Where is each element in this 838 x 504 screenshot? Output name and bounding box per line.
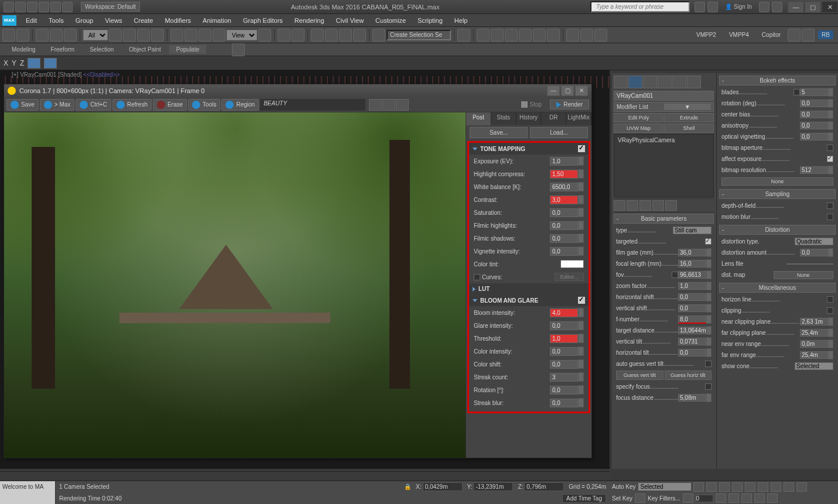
- tone-5-input[interactable]: 0,0: [550, 221, 578, 230]
- max-logo-icon[interactable]: MAX: [2, 15, 16, 26]
- key-icon[interactable]: [635, 493, 645, 503]
- bk-6-checkbox[interactable]: [827, 156, 833, 162]
- display-tab-icon[interactable]: [672, 76, 686, 88]
- keymode-dropdown[interactable]: Selected: [638, 483, 691, 491]
- bk-5-checkbox[interactable]: [827, 145, 833, 151]
- focus-dist-spinner[interactable]: [706, 393, 712, 402]
- tone-4-spinner[interactable]: [578, 208, 584, 217]
- distortion-type-dropdown[interactable]: Quadratic: [795, 238, 833, 245]
- viewport-label[interactable]: [+] VRayCam001 [Shaded] <<Disabled>>: [12, 71, 119, 78]
- render-icon[interactable]: [594, 29, 607, 42]
- redo-icon[interactable]: [16, 29, 29, 42]
- nav4-icon[interactable]: [796, 482, 807, 492]
- bk-1-spinner[interactable]: [828, 99, 833, 108]
- tone-5-spinner[interactable]: [578, 221, 584, 230]
- save-preset-button[interactable]: Save...: [470, 127, 528, 138]
- utilities-tab-icon[interactable]: [687, 76, 701, 88]
- ms-5-input[interactable]: 25,4m: [800, 351, 828, 359]
- tab-lightmix[interactable]: LightMix: [566, 112, 591, 125]
- nav3-icon[interactable]: [784, 482, 794, 492]
- menu-tools[interactable]: Tools: [43, 15, 70, 26]
- tab-dr[interactable]: DR: [541, 112, 566, 125]
- guess-vert-button[interactable]: Guess vert tilt: [616, 371, 663, 380]
- bloom-3-input[interactable]: 0,0: [550, 347, 578, 356]
- tone-0-spinner[interactable]: [578, 156, 584, 166]
- show-end-icon[interactable]: [627, 200, 638, 211]
- exchange-icon[interactable]: [759, 2, 769, 12]
- unlink-icon[interactable]: [50, 29, 63, 42]
- render-setup-icon[interactable]: [566, 29, 579, 42]
- bloom-checkbox[interactable]: [578, 297, 585, 304]
- nav6-icon[interactable]: [728, 493, 739, 503]
- spinner[interactable]: [828, 248, 833, 257]
- nav9-icon[interactable]: [767, 493, 778, 503]
- current-frame-input[interactable]: [696, 495, 713, 502]
- tone-1-input[interactable]: 1,50: [550, 170, 578, 179]
- angle-snap-icon[interactable]: [325, 29, 338, 42]
- qat-save-icon[interactable]: [27, 2, 37, 12]
- undo-icon[interactable]: [2, 29, 15, 42]
- select-icon[interactable]: [109, 29, 122, 42]
- zoom-fit-icon[interactable]: [396, 99, 409, 111]
- bloom-header[interactable]: BLOOM AND GLARE: [469, 294, 589, 306]
- bp-9-spinner[interactable]: [706, 326, 712, 335]
- tone-mapping-checkbox[interactable]: [578, 145, 585, 152]
- remove-mod-icon[interactable]: [652, 200, 664, 211]
- ms-3-input[interactable]: 25,4m: [800, 329, 828, 337]
- menu-create[interactable]: Create: [128, 15, 159, 26]
- bp-3-input[interactable]: 16,0: [678, 260, 706, 268]
- axis-x[interactable]: X: [4, 59, 8, 67]
- tone-4-input[interactable]: 0,0: [550, 208, 578, 217]
- corona-region-button[interactable]: Region: [221, 99, 259, 111]
- nav1-icon[interactable]: [758, 482, 768, 492]
- tone-3-input[interactable]: 3,0: [550, 196, 578, 204]
- corona-render-button[interactable]: Render: [550, 100, 589, 109]
- rendered-frame-icon[interactable]: [580, 29, 593, 42]
- shell-button[interactable]: Shell: [664, 124, 714, 133]
- bp-11-spinner[interactable]: [706, 348, 712, 357]
- bloom-5-input[interactable]: 3: [550, 373, 578, 382]
- curves-checkbox[interactable]: [474, 274, 480, 280]
- menu-help[interactable]: Help: [449, 15, 474, 26]
- curve-editor-icon[interactable]: [519, 29, 532, 42]
- tone-mapping-header[interactable]: TONE MAPPING: [469, 143, 589, 155]
- bp-10-input[interactable]: 0,0731: [678, 338, 706, 345]
- nav7-icon[interactable]: [741, 493, 752, 503]
- qat-link-icon[interactable]: [62, 2, 73, 12]
- corona-element-dropdown[interactable]: BEAUTY: [260, 99, 365, 111]
- bp-1-checkbox[interactable]: [705, 238, 712, 245]
- bp-5-input[interactable]: 1,0: [678, 282, 706, 290]
- bk-1-input[interactable]: 0,0: [800, 100, 828, 107]
- bp-10-spinner[interactable]: [706, 337, 712, 346]
- layers-icon[interactable]: [491, 29, 504, 42]
- star-icon[interactable]: [707, 2, 718, 12]
- bk-0-spinner[interactable]: [828, 88, 833, 97]
- bk-0-input[interactable]: 5: [800, 88, 828, 96]
- axis-yz-icon[interactable]: [44, 58, 57, 68]
- scale-icon[interactable]: [199, 29, 211, 42]
- tone-7-input[interactable]: 0,0: [550, 247, 578, 256]
- lens-file-button[interactable]: [786, 263, 833, 265]
- menu-civil-view[interactable]: Civil View: [330, 15, 370, 26]
- corona-save-button[interactable]: Save: [6, 99, 39, 111]
- corona-erase-button[interactable]: Erase: [153, 99, 187, 111]
- autokey-button[interactable]: Auto Key: [612, 484, 636, 490]
- timeline[interactable]: [0, 471, 610, 481]
- bp-4-checkbox[interactable]: [672, 272, 678, 278]
- lock-icon[interactable]: 🔒: [404, 484, 411, 490]
- bk-2-spinner[interactable]: [828, 110, 833, 119]
- bp-7-spinner[interactable]: [706, 304, 712, 313]
- ribbon-freeform[interactable]: Freeform: [44, 45, 82, 54]
- corona-maximize-button[interactable]: ▢: [561, 85, 574, 96]
- bokeh-header[interactable]: Bokeh effects: [719, 76, 836, 85]
- dist-map-button[interactable]: None: [774, 271, 834, 279]
- corona-tomax-button[interactable]: > Max: [40, 99, 75, 111]
- z-coord-input[interactable]: [524, 482, 564, 491]
- bp-2-input[interactable]: 36,0: [678, 249, 706, 256]
- tone-7-spinner[interactable]: [578, 246, 584, 256]
- close-button[interactable]: ✕: [822, 1, 838, 13]
- vmpp2-label[interactable]: VMPP2: [693, 30, 720, 39]
- ribbon-modeling[interactable]: Modeling: [5, 45, 43, 54]
- bp-4-input[interactable]: 96,6613: [678, 271, 706, 279]
- menu-modifiers[interactable]: Modifiers: [159, 15, 197, 26]
